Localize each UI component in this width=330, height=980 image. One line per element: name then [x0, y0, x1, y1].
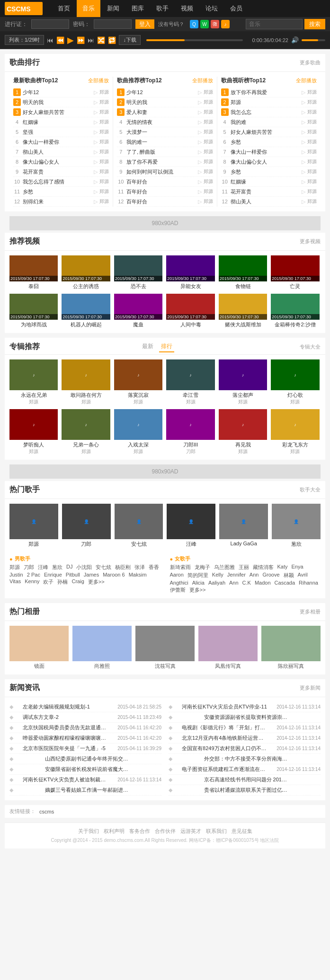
play-icon[interactable]: ▷: [302, 149, 305, 155]
no-account-link[interactable]: 没有号码？: [158, 21, 184, 28]
list-item[interactable]: 更多>>: [189, 586, 206, 594]
list-item[interactable]: 郑源: [9, 564, 20, 571]
video-item[interactable]: 2015/09/30 17:07:30 金箱棒传奇2:沙僧: [271, 294, 319, 328]
song-title[interactable]: 放下你不再我爱: [231, 89, 300, 96]
list-item[interactable]: 8 像大山偏心女人 ▷ 郑源: [221, 157, 317, 167]
album-item[interactable]: ♪ 入戏太深 郑源: [114, 409, 162, 455]
news-title[interactable]: 哗嚣爱动圆家酿程程嚎程嚎嚷嚷嚷多少-3: [23, 735, 108, 742]
nav-home[interactable]: 首页: [52, 0, 76, 17]
album-tab-ranking[interactable]: 排行: [159, 341, 174, 352]
artist-item[interactable]: 👤 郑源: [9, 504, 58, 548]
list-item[interactable]: 7 彻山美人 ▷ 郑源: [13, 147, 109, 157]
play-icon[interactable]: ▷: [198, 139, 202, 145]
list-item[interactable]: 1 少年12 ▷ 郑源: [117, 88, 213, 97]
video-item[interactable]: 2015/09/30 17:07:30 赌侠大战斯维加: [219, 294, 267, 328]
artist-item[interactable]: 👤 葱欣: [272, 504, 321, 548]
list-item[interactable]: 11 花开富贵 ▷ 郑源: [221, 187, 317, 197]
video-item[interactable]: 2015/09/30 17:07:30 为地球而战: [9, 294, 58, 328]
play-icon[interactable]: ▷: [302, 99, 305, 105]
song-title[interactable]: 好女人麻烦共苦苦: [23, 109, 92, 116]
list-item[interactable]: DJ: [66, 564, 72, 571]
song-title[interactable]: 郑源: [231, 99, 300, 106]
list-item[interactable]: Vitas: [9, 578, 21, 586]
play-icon[interactable]: ▷: [302, 109, 305, 115]
news-title[interactable]: 调试东方文章-2: [23, 714, 108, 721]
shuffle-button[interactable]: 🔀: [97, 36, 105, 44]
weibo-icon[interactable]: 微: [211, 20, 219, 28]
list-item[interactable]: James: [84, 572, 99, 578]
song-title[interactable]: 红姻缘: [231, 178, 300, 185]
site-logo[interactable]: CSCMS: [5, 2, 43, 15]
list-item[interactable]: 3 好女人麻烦共苦苦 ▷ 郑源: [13, 107, 109, 117]
play-icon[interactable]: ▷: [94, 119, 98, 125]
list-item[interactable]: 2 明天的我 ▷ 郑源: [117, 97, 213, 107]
list-item[interactable]: 10 我怎么忘得了感情 ▷ 郑源: [13, 177, 109, 187]
list-item[interactable]: 8 像大山偏心女人 ▷ 郑源: [13, 157, 109, 167]
news-title[interactable]: 全国宣有8249万农村贫困人口仍不字个村不离土: [182, 745, 267, 752]
play-icon[interactable]: ▷: [94, 109, 98, 115]
nav-video[interactable]: 视频: [175, 0, 199, 17]
list-item[interactable]: Aaliyah: [208, 580, 225, 586]
play-icon[interactable]: ▷: [94, 89, 98, 96]
list-item[interactable]: Avril: [298, 572, 308, 579]
list-item[interactable]: 12 百年好合 ▷ 郑源: [117, 197, 213, 207]
news-title[interactable]: 北京12月亚内有4条地铁新经运营正式战整体升: [182, 735, 267, 742]
play-icon[interactable]: ▷: [198, 99, 202, 105]
list-item[interactable]: 4 我的难 ▷ 郑源: [221, 117, 317, 127]
list-item[interactable]: 11 乡愁 ▷ 郑源: [13, 187, 109, 197]
play-icon[interactable]: ▷: [198, 129, 202, 135]
list-item[interactable]: 5 大漠梦一 ▷ 郑源: [117, 127, 213, 137]
ranking-col3-play-all[interactable]: 全部播放: [296, 77, 317, 84]
video-item[interactable]: 2015/09/30 17:07:30 魔蛊: [114, 294, 162, 328]
song-title[interactable]: 像大山偏心女人: [23, 158, 92, 166]
list-item[interactable]: 林颖: [284, 572, 294, 579]
song-title[interactable]: 好女人麻烦共苦苦: [231, 129, 300, 136]
photo-item[interactable]: 沈筱写真: [135, 626, 195, 670]
play-icon[interactable]: ▷: [94, 189, 98, 195]
video-item[interactable]: 2015/09/30 17:07:30 食物链: [219, 255, 267, 290]
play-icon[interactable]: ▷: [94, 99, 98, 105]
list-item[interactable]: Maksim: [129, 572, 147, 578]
album-item[interactable]: ♪ 敢问路在何方 郑源: [62, 359, 110, 405]
play-icon[interactable]: ▷: [302, 89, 305, 96]
list-item[interactable]: 王丽: [239, 564, 249, 571]
play-icon[interactable]: ▷: [94, 139, 98, 145]
play-icon[interactable]: ▷: [302, 169, 305, 175]
video-item[interactable]: 2015/09/30 17:07:30 异能女友: [166, 255, 214, 290]
artist-item[interactable]: 👤 Lady GaGa: [219, 504, 268, 548]
song-title[interactable]: 百年好合: [126, 178, 196, 185]
song-title[interactable]: 花开富贵: [23, 168, 92, 175]
list-item[interactable]: 孙楠: [57, 578, 68, 586]
progress-bar[interactable]: [146, 39, 243, 41]
list-item[interactable]: 6 我的难一 ▷ 郑源: [117, 137, 213, 147]
list-item[interactable]: 6 像大山一样爱你 ▷ 郑源: [13, 137, 109, 147]
play-icon[interactable]: ▷: [198, 159, 202, 165]
play-icon[interactable]: ▷: [198, 199, 202, 205]
volume-icon[interactable]: 🔊: [291, 36, 299, 44]
song-title[interactable]: 乡愁: [231, 168, 300, 175]
song-title[interactable]: 像大山偏心女人: [231, 158, 300, 166]
list-item[interactable]: 3 我怎么忘 ▷ 郑源: [221, 107, 317, 117]
song-title[interactable]: 明天的我: [126, 99, 196, 106]
list-item[interactable]: 2 郑源 ▷ 郑源: [221, 97, 317, 107]
song-title[interactable]: 别得幻来: [23, 198, 92, 205]
album-item[interactable]: ♪ 梦听痴人 郑源: [9, 409, 58, 455]
list-item[interactable]: 9 花开富贵 ▷ 郑源: [13, 167, 109, 177]
list-item[interactable]: Cascada: [275, 580, 295, 586]
album-tab-latest[interactable]: 最新: [140, 341, 155, 352]
list-item[interactable]: 龙梅子: [195, 564, 210, 571]
list-item[interactable]: 9 乡愁 ▷ 郑源: [221, 167, 317, 177]
list-item[interactable]: Groove: [262, 572, 279, 579]
song-ranking-more[interactable]: 更多歌曲: [300, 59, 321, 66]
news-title[interactable]: 安徽资源源副省长提取资料资源崇大量玉石记法 2014-12-16 11:13:1…: [204, 714, 289, 721]
play-icon[interactable]: ▷: [198, 89, 202, 96]
news-title[interactable]: 山西纪委原副书记通令年终开拓交通总数共事 2015-01-19 14:41:20: [45, 755, 130, 762]
list-item[interactable]: 刀郎: [24, 564, 34, 571]
song-title[interactable]: 花开富贵: [231, 188, 300, 195]
play-button[interactable]: ▶: [67, 35, 74, 45]
song-title[interactable]: 坚强: [23, 129, 92, 136]
list-item[interactable]: Kenny: [25, 578, 39, 586]
play-icon[interactable]: ▷: [94, 179, 98, 185]
qq-icon[interactable]: Q: [190, 20, 198, 28]
rewind-button[interactable]: ⏪: [56, 36, 64, 44]
